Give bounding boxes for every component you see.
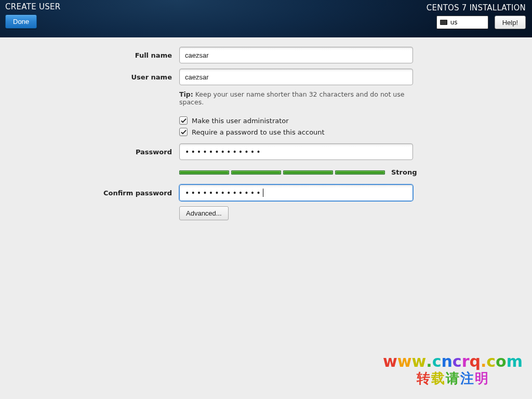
require-password-label: Require a password to use this account	[192, 128, 325, 136]
password-label: Password	[0, 148, 179, 156]
header-bar: CREATE USER Done CENTOS 7 INSTALLATION u…	[0, 0, 532, 37]
confirm-password-label: Confirm password	[0, 189, 179, 197]
strength-bar	[179, 170, 385, 175]
strength-label: Strong	[391, 168, 417, 176]
header-right: CENTOS 7 INSTALLATION us Help!	[427, 3, 526, 29]
tip-text: Keep your user name shorter than 32 char…	[179, 90, 405, 106]
admin-checkbox-row[interactable]: Make this user administrator	[179, 116, 416, 125]
keyboard-layout-selector[interactable]: us	[436, 16, 488, 29]
user-name-row: User name	[0, 69, 532, 85]
text-cursor	[263, 189, 263, 197]
password-row: Password •••••••••••••	[0, 143, 532, 160]
confirm-password-input[interactable]: •••••••••••••	[179, 184, 413, 201]
header-controls: us Help!	[427, 16, 526, 29]
password-input[interactable]: •••••••••••••	[179, 143, 413, 160]
checkmark-icon	[181, 129, 187, 135]
watermark-overlay: www.cncrq.com 转载请注明	[383, 352, 523, 388]
done-button[interactable]: Done	[5, 15, 37, 29]
user-name-label: User name	[0, 73, 179, 81]
password-strength: Strong	[179, 168, 416, 176]
user-name-tip: Tip: Keep your user name shorter than 32…	[179, 90, 416, 106]
keyboard-layout-label: us	[450, 19, 458, 26]
strength-segment	[283, 170, 333, 175]
watermark-line1: www.cncrq.com	[383, 352, 523, 370]
help-button[interactable]: Help!	[495, 16, 526, 29]
strength-segment	[231, 170, 281, 175]
checkmark-icon	[181, 118, 187, 124]
confirm-password-value: •••••••••••••	[185, 185, 262, 201]
advanced-button[interactable]: Advanced...	[179, 206, 229, 220]
admin-checkbox[interactable]	[179, 116, 188, 125]
require-password-row[interactable]: Require a password to use this account	[179, 128, 416, 136]
confirm-password-row: Confirm password •••••••••••••	[0, 184, 532, 201]
admin-checkbox-label: Make this user administrator	[192, 117, 289, 125]
user-name-input[interactable]	[179, 69, 413, 85]
full-name-row: Full name	[0, 47, 532, 63]
full-name-label: Full name	[0, 51, 179, 59]
strength-segment	[335, 170, 385, 175]
strength-segment	[179, 170, 229, 175]
header-left: CREATE USER Done	[5, 2, 61, 29]
keyboard-icon	[440, 20, 447, 25]
create-user-form: Full name User name Tip: Keep your user …	[0, 37, 532, 220]
page-title: CREATE USER	[5, 2, 61, 11]
tip-prefix: Tip:	[179, 90, 193, 98]
password-value: •••••••••••••	[185, 144, 262, 159]
installer-title: CENTOS 7 INSTALLATION	[427, 3, 526, 12]
require-password-checkbox[interactable]	[179, 128, 188, 136]
full-name-input[interactable]	[179, 47, 413, 63]
watermark-line2: 转载请注明	[383, 369, 523, 388]
